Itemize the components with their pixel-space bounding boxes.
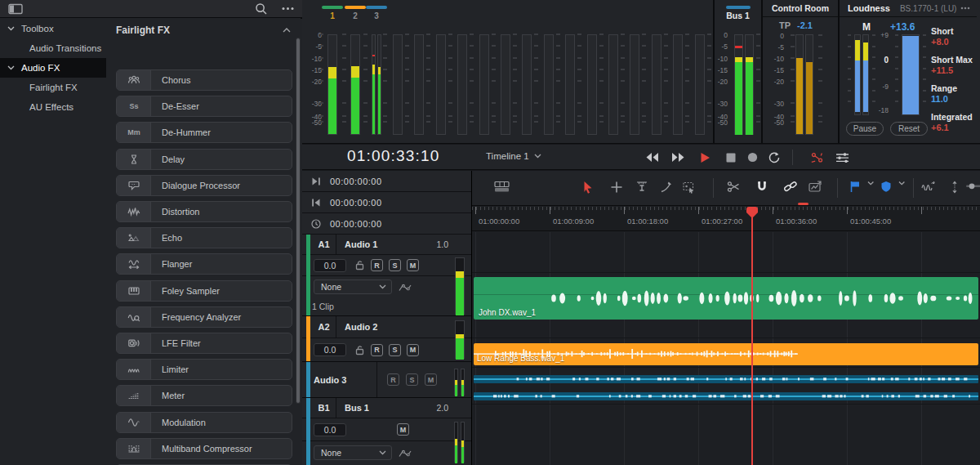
meter-tick bbox=[621, 115, 625, 117]
echo-icon bbox=[117, 228, 151, 248]
sidebar-item-audio-fx[interactable]: Audio FX bbox=[0, 58, 106, 78]
sidebar-item-toolbox[interactable]: Toolbox bbox=[0, 19, 106, 38]
fx-item-lfe-filter[interactable]: LFE Filter bbox=[116, 333, 292, 354]
gain-field[interactable]: 0.0 bbox=[314, 423, 346, 436]
stop-button[interactable] bbox=[722, 150, 740, 164]
ruler-minor-tick bbox=[617, 207, 617, 210]
timeline-view-options-icon[interactable] bbox=[494, 181, 510, 193]
track-color-strip bbox=[306, 235, 310, 315]
fx-item-multiband-compressor[interactable]: Multiband Compressor bbox=[116, 438, 292, 459]
audio-clip-audio3-lane1[interactable] bbox=[474, 375, 978, 383]
fx-item-dialogue-processor[interactable]: Dialogue Processor bbox=[116, 175, 292, 196]
reset-button[interactable]: Reset bbox=[890, 122, 928, 136]
jog-row[interactable]: 00:00:00:00 bbox=[302, 171, 471, 192]
loop-button[interactable] bbox=[764, 150, 782, 164]
gain-field[interactable]: 0.0 bbox=[314, 259, 346, 272]
audio-clip-low-range-bass[interactable]: Low Range Bass.wav_1 bbox=[474, 343, 978, 365]
solo-button[interactable]: S bbox=[406, 373, 418, 386]
fx-item-distortion[interactable]: Distortion bbox=[116, 201, 292, 222]
chevron-sm-icon[interactable] bbox=[898, 181, 906, 186]
ruler-major-tick bbox=[773, 207, 773, 214]
timeline-ruler[interactable]: 01:00:00:0001:00:09:0001:00:18:0001:00:2… bbox=[472, 207, 980, 231]
razor-cut-icon[interactable] bbox=[727, 181, 740, 193]
fx-item-de-hummer[interactable]: MmDe-Hummer bbox=[116, 122, 292, 143]
timeline-marker-red[interactable] bbox=[798, 203, 808, 205]
selection-tool-icon[interactable] bbox=[581, 181, 595, 194]
fx-item-foley-sampler[interactable]: Foley Sampler bbox=[116, 280, 292, 302]
meter-tick bbox=[513, 45, 517, 47]
automation-icon[interactable] bbox=[808, 150, 826, 164]
sidebar-item-audio-transitions[interactable]: Audio Transitions bbox=[0, 38, 106, 58]
chevron-up-icon[interactable] bbox=[283, 28, 291, 33]
loudness-options-icon[interactable] bbox=[960, 7, 970, 10]
record-arm-button[interactable]: R bbox=[371, 259, 383, 271]
effects-slot-dropdown[interactable]: None bbox=[314, 279, 392, 294]
fx-item-flanger[interactable]: Flanger bbox=[116, 253, 292, 275]
panel-toggle-icon[interactable] bbox=[8, 3, 23, 15]
record-arm-button[interactable]: R bbox=[387, 373, 399, 386]
keyframe-select-icon[interactable] bbox=[683, 181, 697, 194]
track-header-audio3[interactable]: Audio 3 R S M bbox=[302, 362, 471, 398]
audio-clip-john-dx[interactable]: John DX.wav_1 bbox=[474, 277, 978, 320]
mute-button[interactable]: M bbox=[407, 344, 419, 356]
fx-item-delay[interactable]: Delay bbox=[116, 149, 292, 170]
track-header-audio2[interactable]: A2 Audio 2 0.0 R S M bbox=[302, 316, 471, 362]
lock-icon[interactable] bbox=[354, 345, 365, 355]
flag-icon[interactable] bbox=[849, 181, 860, 193]
fast-forward-button[interactable] bbox=[669, 150, 687, 164]
pen-tool-icon[interactable] bbox=[660, 181, 673, 194]
meter-fill bbox=[378, 74, 381, 134]
pause-button[interactable]: Pause bbox=[846, 122, 884, 136]
zoom-slider-icon[interactable] bbox=[966, 181, 980, 192]
sidebar-item-au-effects[interactable]: AU Effects bbox=[0, 97, 106, 117]
playhead[interactable] bbox=[746, 207, 758, 465]
sidebar-item-fairlight-fx[interactable]: Fairlight FX bbox=[0, 78, 106, 97]
ruler-minor-tick bbox=[724, 207, 725, 210]
link-icon[interactable] bbox=[784, 181, 797, 192]
chevron-sm-icon[interactable] bbox=[867, 181, 875, 186]
fx-item-modulation[interactable]: Modulation bbox=[116, 412, 292, 433]
fx-item-chorus[interactable]: Chorus bbox=[116, 69, 292, 91]
solo-button[interactable]: S bbox=[389, 259, 401, 271]
lock-icon[interactable] bbox=[354, 260, 365, 271]
mute-button[interactable]: M bbox=[407, 259, 419, 271]
mute-button[interactable]: M bbox=[397, 423, 409, 436]
rewind-button[interactable] bbox=[643, 150, 661, 164]
mixer-icon[interactable] bbox=[833, 150, 851, 164]
gain-field[interactable]: 0.0 bbox=[314, 343, 346, 356]
options-icon[interactable] bbox=[282, 7, 294, 11]
waveform-zoom-icon[interactable] bbox=[921, 181, 935, 190]
bus-label: Bus 1 bbox=[715, 11, 761, 20]
fx-item-echo[interactable]: Echo bbox=[116, 227, 292, 248]
fx-item-limiter[interactable]: Limiter bbox=[116, 359, 292, 380]
solo-button[interactable]: S bbox=[389, 344, 401, 356]
retime-icon[interactable] bbox=[808, 181, 822, 193]
meter-bar bbox=[587, 34, 597, 135]
fx-item-de-esser[interactable]: SsDe-Esser bbox=[116, 96, 292, 117]
effects-slot-dropdown[interactable]: None bbox=[314, 445, 392, 460]
record-button[interactable] bbox=[743, 150, 761, 164]
track-height-icon[interactable] bbox=[949, 181, 960, 194]
play-button[interactable] bbox=[696, 150, 714, 164]
snap-icon[interactable] bbox=[755, 181, 768, 192]
fx-list-scrollbar[interactable] bbox=[296, 38, 301, 404]
track-header-bus1[interactable]: B1 Bus 1 2.0 0.0 M None bbox=[302, 398, 471, 465]
fx-item-frequency-analyzer[interactable]: Frequency Analyzer bbox=[116, 306, 292, 328]
audio-clip-audio3-lane2[interactable] bbox=[474, 392, 978, 400]
clip-label: Low Range Bass.wav_1 bbox=[477, 354, 564, 363]
automation-curve-icon[interactable] bbox=[399, 283, 412, 292]
jog-row[interactable]: 00:00:00:00 bbox=[302, 192, 471, 213]
razor-tool-icon[interactable] bbox=[635, 181, 648, 193]
meter-fill bbox=[372, 55, 375, 56]
timeline-lanes[interactable]: John DX.wav_1Low Range Bass.wav_1 bbox=[472, 232, 980, 465]
automation-curve-icon[interactable] bbox=[399, 449, 412, 458]
marker-icon[interactable] bbox=[880, 181, 892, 193]
track-header-audio1[interactable]: A1 Audio 1 1.0 0.0 R S M bbox=[302, 235, 471, 316]
search-icon[interactable] bbox=[255, 2, 267, 15]
trim-tool-icon[interactable] bbox=[610, 181, 623, 194]
record-arm-button[interactable]: R bbox=[371, 344, 383, 356]
fx-item-meter[interactable]: Meter bbox=[116, 385, 292, 406]
timeline-selector[interactable]: Timeline 1 bbox=[486, 151, 541, 161]
mute-button[interactable]: M bbox=[425, 373, 437, 386]
jog-row[interactable]: 00:00:00:00 bbox=[302, 213, 471, 235]
